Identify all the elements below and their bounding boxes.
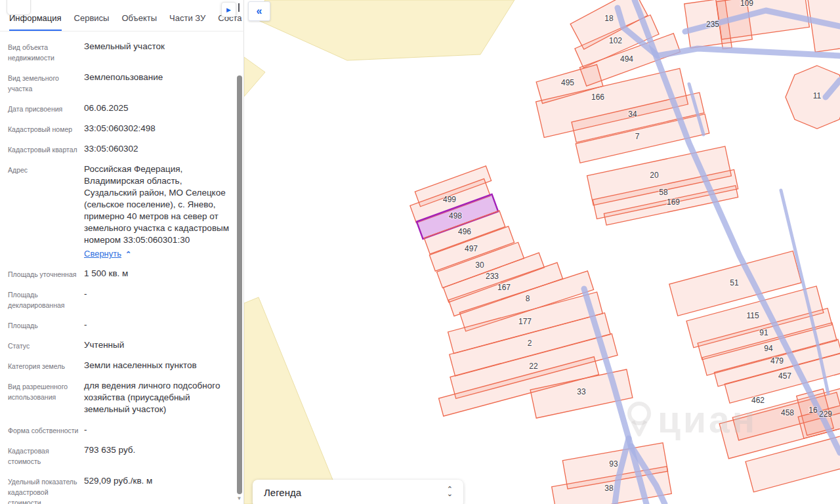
field-label: Площадь уточненная xyxy=(8,268,84,280)
parcel-label: 33 xyxy=(577,387,586,396)
parcel-label: 233 xyxy=(486,272,499,281)
parcel-label: 462 xyxy=(751,396,765,405)
chevron-up-icon: ⌃ xyxy=(125,250,131,258)
field-label: Вид земельного участка xyxy=(8,72,84,94)
parcel-label: 235 xyxy=(706,20,719,29)
map-canvas[interactable]: 18 102 494 495 166 34 7 20 58 169 109 23… xyxy=(244,0,840,504)
double-chevron-left-icon: « xyxy=(257,5,262,17)
field-value: 793 635 руб. xyxy=(84,444,233,467)
tab-scroll-right-button[interactable]: ▶ xyxy=(221,2,236,17)
field-value: Землепользование xyxy=(84,72,233,94)
field-row: Площадь уточненная 1 500 кв. м xyxy=(8,268,233,280)
field-row: Кадастровый квартал 33:05:060302 xyxy=(8,143,233,155)
parcel-label: 109 xyxy=(740,0,753,8)
field-label: Площадь декларированная xyxy=(8,288,84,310)
legend-bar[interactable]: Легенда ⌃ ⌄ xyxy=(253,480,463,504)
field-label: Форма собственности xyxy=(8,424,84,436)
field-value: - xyxy=(84,424,233,436)
parcel-label: 2 xyxy=(528,339,532,348)
field-label: Кадастровый квартал xyxy=(8,143,84,155)
parcel-label: 102 xyxy=(609,36,622,45)
field-row: Вид объекта недвижимости Земельный участ… xyxy=(8,41,233,63)
field-label: Дата присвоения xyxy=(8,102,84,114)
cadastral-map-app: 18 102 494 495 166 34 7 20 58 169 109 23… xyxy=(0,0,840,504)
parcel-label: 479 xyxy=(770,356,784,366)
field-row: Категория земель Земли населенных пункто… xyxy=(8,360,233,371)
field-value: 33:05:060302:498 xyxy=(84,123,233,135)
field-value: 529,09 руб./кв. м xyxy=(84,475,233,504)
parcel-label: 11 xyxy=(813,91,822,100)
tab-bar: Информация Сервисы Объекты Части ЗУ Сост… xyxy=(0,13,244,32)
parcel-label: 7 xyxy=(635,132,640,141)
field-row: Статус Учтенный xyxy=(8,339,233,351)
parcel-label: 22 xyxy=(529,362,538,371)
field-value: - xyxy=(84,319,233,331)
field-row: Кадастровый номер 33:05:060302:498 xyxy=(8,123,233,135)
field-label: Категория земель xyxy=(8,360,84,371)
parcel-label: 34 xyxy=(628,110,637,119)
tab-parts[interactable]: Части ЗУ xyxy=(169,13,205,31)
field-value: Земельный участок xyxy=(84,41,233,63)
parcel-label: 495 xyxy=(561,78,574,87)
parcel-label: 94 xyxy=(764,344,773,353)
field-row: Площадь декларированная - xyxy=(8,288,233,310)
field-row: Вид земельного участка Землепользование xyxy=(8,72,233,94)
panel-scrollbar[interactable] xyxy=(237,75,242,494)
field-row: Кадастровая стоимость 793 635 руб. xyxy=(8,444,233,467)
field-row: Дата присвоения 06.06.2025 xyxy=(8,102,233,114)
parcel-label: 167 xyxy=(497,283,511,292)
parcel-label: 20 xyxy=(650,171,659,180)
field-row: Удельный показатель кадастровой стоимост… xyxy=(8,475,233,504)
scroll-down-arrow-icon[interactable]: ▼ xyxy=(236,495,242,503)
field-label: Адрес xyxy=(8,163,84,259)
collapse-panel-button[interactable]: « xyxy=(248,1,270,21)
field-value: - xyxy=(84,288,233,310)
parcel-label: 169 xyxy=(667,198,680,207)
parcel-label: 115 xyxy=(746,311,759,320)
field-row: Форма собственности - xyxy=(8,424,233,436)
legend-toggle[interactable]: ⌃ ⌄ xyxy=(447,487,453,497)
parcel-label: 496 xyxy=(458,227,471,236)
field-label: Площадь xyxy=(8,319,84,331)
parcel-label: 457 xyxy=(778,371,791,381)
field-list: Вид объекта недвижимости Земельный участ… xyxy=(0,32,233,504)
info-panel: Информация Сервисы Объекты Части ЗУ Сост… xyxy=(0,0,244,504)
parcel-label: 8 xyxy=(526,294,530,303)
field-row: Площадь - xyxy=(8,319,233,331)
field-label: Кадастровая стоимость xyxy=(8,444,84,467)
clipped-tab-text xyxy=(238,3,240,12)
parcel-label: 58 xyxy=(659,188,668,197)
field-value: 1 500 кв. м xyxy=(84,268,233,280)
field-value: 06.06.2025 xyxy=(84,102,233,114)
tab-services[interactable]: Сервисы xyxy=(74,13,110,31)
parcel-label: 177 xyxy=(518,317,532,326)
parcel-label: 497 xyxy=(465,244,478,253)
parcel-label: 498 xyxy=(449,211,462,220)
chevron-right-icon: ▶ xyxy=(226,7,231,13)
field-label: Удельный показатель кадастровой стоимост… xyxy=(8,475,84,504)
tab-information[interactable]: Информация xyxy=(9,13,62,31)
chevron-down-icon: ⌄ xyxy=(447,492,453,496)
map-svg: 18 102 494 495 166 34 7 20 58 169 109 23… xyxy=(244,0,840,504)
zone-polygon xyxy=(244,297,343,504)
field-row-address: Адрес Российская Федерация, Владимирская… xyxy=(8,163,233,259)
field-label: Вид разрешенного использования xyxy=(8,380,84,415)
parcel-label: 229 xyxy=(819,410,832,419)
parcel-label: 93 xyxy=(609,459,618,469)
field-row: Вид разрешенного использования для веден… xyxy=(8,380,233,415)
parcel-label: 16 xyxy=(808,406,818,415)
parcel-label: 91 xyxy=(759,328,768,337)
zone-polygon xyxy=(244,57,265,96)
legend-label: Легенда xyxy=(264,487,447,498)
field-label: Статус xyxy=(8,339,84,351)
parcel-label: 458 xyxy=(781,408,794,417)
parcel-label: 30 xyxy=(475,261,484,270)
parcel-label: 166 xyxy=(591,93,604,102)
zone-polygon xyxy=(254,0,514,60)
field-value: Российская Федерация, Владимирская облас… xyxy=(84,163,233,246)
field-value: 33:05:060302 xyxy=(84,143,233,155)
parcel-label: 18 xyxy=(604,14,614,23)
address-collapse-link[interactable]: Свернуть xyxy=(84,249,121,259)
tab-objects[interactable]: Объекты xyxy=(121,13,157,31)
field-value: Земли населенных пунктов xyxy=(84,360,233,371)
